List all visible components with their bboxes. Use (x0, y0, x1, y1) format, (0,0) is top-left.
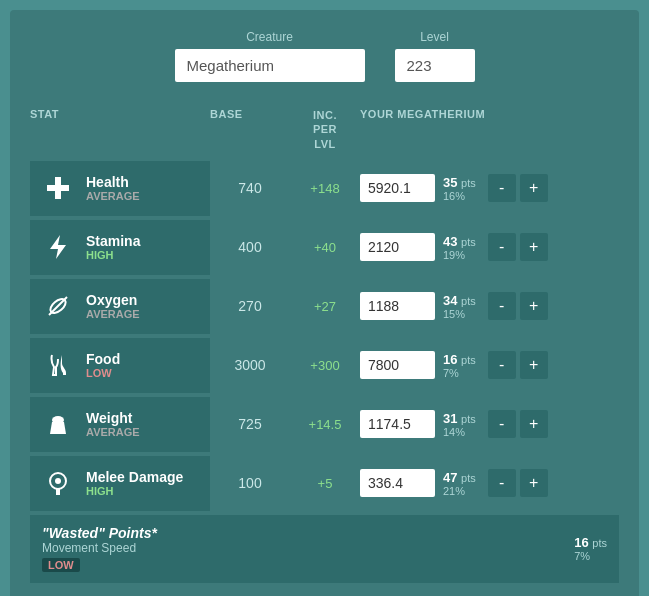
level-group: Level (395, 30, 475, 82)
stat-inc-1: +40 (290, 240, 360, 255)
creature-group: Creature (175, 30, 365, 82)
wasted-pts-num: 16 pts (574, 535, 607, 550)
creature-input[interactable] (175, 49, 365, 82)
plus-button-3[interactable]: + (520, 351, 548, 379)
header-base: BASE (210, 108, 290, 151)
stat-buttons-0: - + (488, 174, 548, 202)
oxygen-icon (40, 288, 76, 324)
stat-base-2: 270 (210, 298, 290, 314)
plus-button-2[interactable]: + (520, 292, 548, 320)
table-row: Health AVERAGE 740 +148 35 pts 16% - + (30, 161, 619, 216)
stat-text-4: Weight AVERAGE (86, 410, 140, 438)
stat-pts-1: 43 pts 19% (443, 234, 476, 261)
health-icon (40, 170, 76, 206)
food-icon (40, 347, 76, 383)
svg-rect-1 (47, 185, 69, 191)
top-inputs: Creature Level (30, 30, 619, 82)
svg-rect-8 (56, 489, 60, 495)
stat-text-1: Stamina HIGH (86, 233, 140, 261)
stat-buttons-5: - + (488, 469, 548, 497)
stat-level-5: HIGH (86, 485, 183, 497)
stat-buttons-3: - + (488, 351, 548, 379)
stat-your-4: 31 pts 14% - + (360, 410, 619, 438)
stat-base-5: 100 (210, 475, 290, 491)
plus-button-0[interactable]: + (520, 174, 548, 202)
stat-value-input-3[interactable] (360, 351, 435, 379)
stat-value-input-5[interactable] (360, 469, 435, 497)
stat-your-3: 16 pts 7% - + (360, 351, 619, 379)
stat-info-5: Melee Damage HIGH (30, 456, 210, 511)
stat-name-4: Weight (86, 410, 140, 426)
stat-your-2: 34 pts 15% - + (360, 292, 619, 320)
stat-inc-2: +27 (290, 299, 360, 314)
table-row: Oxygen AVERAGE 270 +27 34 pts 15% - + (30, 279, 619, 334)
minus-button-4[interactable]: - (488, 410, 516, 438)
svg-point-7 (55, 478, 61, 484)
stat-text-3: Food LOW (86, 351, 120, 379)
plus-button-1[interactable]: + (520, 233, 548, 261)
header-your: YOUR MEGATHERIUM (360, 108, 619, 151)
stat-inc-4: +14.5 (290, 417, 360, 432)
stat-info-1: Stamina HIGH (30, 220, 210, 275)
main-container: Creature Level STAT BASE INC.PERLVL YOUR… (10, 10, 639, 596)
stat-your-0: 35 pts 16% - + (360, 174, 619, 202)
table-row: Stamina HIGH 400 +40 43 pts 19% - + (30, 220, 619, 275)
stat-value-input-0[interactable] (360, 174, 435, 202)
stat-pts-0: 35 pts 16% (443, 175, 476, 202)
stat-pts-5: 47 pts 21% (443, 470, 476, 497)
stat-text-5: Melee Damage HIGH (86, 469, 183, 497)
stat-text-0: Health AVERAGE (86, 174, 140, 202)
stat-buttons-1: - + (488, 233, 548, 261)
wasted-left: "Wasted" Points* Movement Speed LOW (42, 525, 157, 573)
stat-info-0: Health AVERAGE (30, 161, 210, 216)
stat-inc-3: +300 (290, 358, 360, 373)
stat-name-0: Health (86, 174, 140, 190)
stat-level-1: HIGH (86, 249, 140, 261)
stat-buttons-4: - + (488, 410, 548, 438)
stat-level-2: AVERAGE (86, 308, 140, 320)
stat-info-4: Weight AVERAGE (30, 397, 210, 452)
stat-value-input-1[interactable] (360, 233, 435, 261)
stat-base-0: 740 (210, 180, 290, 196)
svg-marker-2 (50, 235, 66, 259)
creature-label: Creature (175, 30, 365, 44)
stat-name-5: Melee Damage (86, 469, 183, 485)
stat-level-4: AVERAGE (86, 426, 140, 438)
stat-value-input-4[interactable] (360, 410, 435, 438)
stat-value-input-2[interactable] (360, 292, 435, 320)
minus-button-3[interactable]: - (488, 351, 516, 379)
stat-name-2: Oxygen (86, 292, 140, 308)
wasted-row: "Wasted" Points* Movement Speed LOW 16 p… (30, 515, 619, 583)
stat-your-5: 47 pts 21% - + (360, 469, 619, 497)
stat-pts-4: 31 pts 14% (443, 411, 476, 438)
stat-rows-container: Health AVERAGE 740 +148 35 pts 16% - + S… (30, 161, 619, 511)
stat-level-0: AVERAGE (86, 190, 140, 202)
level-input[interactable] (395, 49, 475, 82)
stat-inc-5: +5 (290, 476, 360, 491)
stat-base-3: 3000 (210, 357, 290, 373)
stat-info-2: Oxygen AVERAGE (30, 279, 210, 334)
wasted-level: LOW (42, 558, 80, 572)
stat-name-1: Stamina (86, 233, 140, 249)
stat-pts-2: 34 pts 15% (443, 293, 476, 320)
table-row: Weight AVERAGE 725 +14.5 31 pts 14% - + (30, 397, 619, 452)
plus-button-5[interactable]: + (520, 469, 548, 497)
minus-button-1[interactable]: - (488, 233, 516, 261)
melee-icon (40, 465, 76, 501)
stat-pts-3: 16 pts 7% (443, 352, 476, 379)
header-inc: INC.PERLVL (290, 108, 360, 151)
wasted-sub: Movement Speed (42, 541, 157, 555)
minus-button-2[interactable]: - (488, 292, 516, 320)
header-stat: STAT (30, 108, 210, 151)
table-header: STAT BASE INC.PERLVL YOUR MEGATHERIUM (30, 102, 619, 157)
stat-base-4: 725 (210, 416, 290, 432)
table-row: Food LOW 3000 +300 16 pts 7% - + (30, 338, 619, 393)
minus-button-5[interactable]: - (488, 469, 516, 497)
wasted-pct: 7% (574, 550, 590, 562)
stat-inc-0: +148 (290, 181, 360, 196)
plus-button-4[interactable]: + (520, 410, 548, 438)
stamina-icon (40, 229, 76, 265)
minus-button-0[interactable]: - (488, 174, 516, 202)
stat-your-1: 43 pts 19% - + (360, 233, 619, 261)
stat-text-2: Oxygen AVERAGE (86, 292, 140, 320)
